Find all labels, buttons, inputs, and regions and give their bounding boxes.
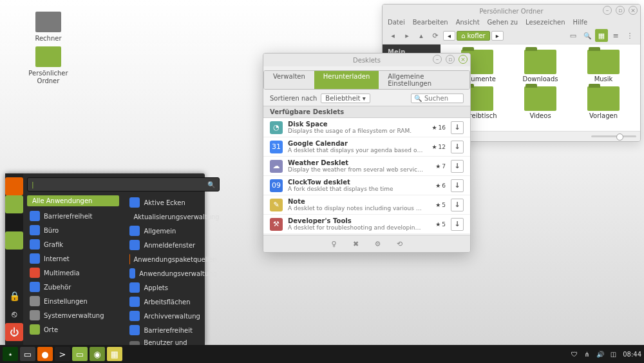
zoom-out-button[interactable]: ▭ xyxy=(567,29,580,42)
menu-gehen zu[interactable]: Gehen zu xyxy=(488,19,518,26)
close-button[interactable]: × xyxy=(629,6,638,15)
category-grafik[interactable]: Grafik xyxy=(23,237,123,251)
sort-dropdown[interactable]: Beliebtheit ▾ xyxy=(321,93,370,103)
tab-herunterladen[interactable]: Herunterladen xyxy=(314,71,379,89)
desklet-row[interactable]: ⚒Developer's ToolsA desklet for troubles… xyxy=(263,215,470,234)
view-list-button[interactable]: ≡ xyxy=(609,29,622,42)
folder-icon xyxy=(587,86,620,111)
zoom-slider[interactable] xyxy=(591,135,636,137)
refresh-button[interactable]: ⟳ xyxy=(429,29,442,42)
view-compact-button[interactable]: ⋮ xyxy=(623,29,636,42)
category-icon xyxy=(30,310,40,320)
taskbar-shield[interactable]: ◉ xyxy=(90,347,105,361)
category-büro[interactable]: Büro xyxy=(23,223,123,237)
breadcrumb-root[interactable]: ◂ xyxy=(443,31,455,41)
info-button[interactable]: ♀ xyxy=(329,239,339,249)
category-multimedia[interactable]: Multimedia xyxy=(23,266,123,280)
sys-shutdown-button[interactable]: ⏻ xyxy=(5,323,23,341)
menu-search-input[interactable] xyxy=(34,181,207,188)
taskbar-files2[interactable]: ▭ xyxy=(72,347,88,361)
app-benutzer-und-gruppen[interactable]: Benutzer und Gruppen xyxy=(123,337,223,345)
search-input[interactable] xyxy=(411,93,464,103)
clock[interactable]: 08:44 xyxy=(623,351,641,358)
desklet-row[interactable]: ◔Disk SpaceDisplays the usage of a files… xyxy=(263,118,470,137)
maximize-button[interactable]: ▫ xyxy=(446,55,455,64)
app-archivverwaltung[interactable]: Archivverwaltung xyxy=(123,309,223,323)
view-icons-button[interactable]: ▦ xyxy=(595,29,608,42)
desklet-row[interactable]: 31Google CalendarA desklet that displays… xyxy=(263,137,470,157)
fav-files[interactable] xyxy=(5,231,23,250)
taskbar-files[interactable]: ▭ xyxy=(20,347,35,361)
tab-verwalten[interactable]: Verwalten xyxy=(264,71,314,89)
folder-vorlagen[interactable]: Vorlagen xyxy=(573,86,634,119)
desktop-icon-home[interactable]: Persönlicher Ordner xyxy=(26,46,71,85)
category-barrierefreiheit[interactable]: Barrierefreiheit xyxy=(23,209,123,223)
category-orte[interactable]: Orte xyxy=(23,322,123,337)
desklet-row[interactable]: 09ClockTow deskletA fork desklet that di… xyxy=(263,176,470,195)
desktop-icon-rechner[interactable]: Rechner xyxy=(26,12,71,43)
menu-bearbeiten[interactable]: Bearbeiten xyxy=(413,19,448,26)
folder-videos[interactable]: Videos xyxy=(510,86,571,119)
fav-terminal[interactable] xyxy=(5,213,23,231)
download-icon xyxy=(454,201,460,209)
taskbar-firefox[interactable]: ● xyxy=(37,347,53,361)
tab-allgemeine-einstellungen[interactable]: Allgemeine Einstellungen xyxy=(379,71,469,89)
menu-ansicht[interactable]: Ansicht xyxy=(456,19,480,26)
sys-logout-button[interactable]: ⎋ xyxy=(5,305,23,323)
breadcrumb-next[interactable]: ▸ xyxy=(491,31,504,41)
desklet-row[interactable]: ✎NoteA desklet to display notes includin… xyxy=(263,195,470,215)
download-button[interactable] xyxy=(451,121,464,134)
tray-sound-icon[interactable]: 🔊 xyxy=(596,351,604,358)
maximize-button[interactable]: ▫ xyxy=(616,6,625,15)
back-button[interactable]: ◂ xyxy=(386,29,399,42)
app-applets[interactable]: Applets xyxy=(123,280,223,295)
app-anmeldefenster[interactable]: Anmeldefenster xyxy=(123,238,223,252)
download-button[interactable] xyxy=(451,179,464,192)
category-einstellungen[interactable]: Einstellungen xyxy=(23,294,123,308)
menu-lesezeichen[interactable]: Lesezeichen xyxy=(526,19,565,26)
menu-hilfe[interactable]: Hilfe xyxy=(573,19,588,26)
download-button[interactable] xyxy=(451,141,464,153)
sys-lock-button[interactable]: 🔒 xyxy=(5,287,23,305)
search-button[interactable] xyxy=(581,29,594,42)
menu-search[interactable]: | xyxy=(27,177,220,191)
breadcrumb-home[interactable]: ⌂ kofler xyxy=(457,31,490,41)
remove-button[interactable]: ✖ xyxy=(351,239,361,249)
search-field[interactable] xyxy=(424,95,460,102)
taskbar-terminal[interactable]: > xyxy=(55,347,70,361)
window-titlebar[interactable]: Persönlicher Ordner – ▫ × xyxy=(383,5,640,17)
window-titlebar[interactable]: Desklets – ▫ × xyxy=(263,54,470,66)
tray-shield-icon[interactable]: 🛡 xyxy=(571,351,578,358)
taskbar-mint-menu[interactable]: ⋆ xyxy=(3,347,18,361)
desklet-row[interactable]: ☁Weather DeskletDisplay the weather from… xyxy=(263,157,470,176)
app-aktualisierungsverwaltung[interactable]: Aktualisierungsverwaltung xyxy=(123,210,223,224)
download-button[interactable] xyxy=(451,218,464,231)
app-arbeitsflächen[interactable]: Arbeitsflächen xyxy=(123,295,223,309)
minimize-button[interactable]: – xyxy=(433,55,442,64)
tray-updates-icon[interactable]: ◫ xyxy=(611,351,616,358)
app-anwendungspaketquellen[interactable]: Anwendungspaketquellen xyxy=(123,252,223,266)
fav-firefox[interactable] xyxy=(5,177,23,195)
taskbar-notes[interactable]: ▦ xyxy=(107,347,122,361)
minimize-button[interactable]: – xyxy=(603,6,612,15)
fav-mint[interactable] xyxy=(5,195,23,213)
app-aktive-ecken[interactable]: Aktive Ecken xyxy=(123,195,223,210)
close-button[interactable]: × xyxy=(459,55,468,64)
app-barrierefreiheit[interactable]: Barrierefreiheit xyxy=(123,323,223,337)
settings-button[interactable]: ⚙ xyxy=(373,239,383,249)
tray-network-icon[interactable]: ⋔ xyxy=(584,351,589,358)
download-button[interactable] xyxy=(451,160,464,173)
desklet-list[interactable]: ◔Disk SpaceDisplays the usage of a files… xyxy=(263,118,470,235)
menu-datei[interactable]: Datei xyxy=(388,19,405,26)
category-zubehör[interactable]: Zubehör xyxy=(23,280,123,294)
folder-downloads[interactable]: Downloads xyxy=(510,50,571,83)
refresh-button[interactable]: ⟲ xyxy=(395,239,405,249)
forward-button[interactable]: ▸ xyxy=(401,29,413,42)
folder-musik[interactable]: Musik xyxy=(573,50,634,83)
category-systemverwaltung[interactable]: Systemverwaltung xyxy=(23,308,123,322)
app-allgemein[interactable]: Allgemein xyxy=(123,224,223,238)
download-button[interactable] xyxy=(451,199,464,211)
category-internet[interactable]: Internet xyxy=(23,251,123,266)
up-button[interactable]: ▴ xyxy=(415,29,428,42)
app-anwendungsverwaltung[interactable]: Anwendungsverwaltung xyxy=(123,266,223,280)
